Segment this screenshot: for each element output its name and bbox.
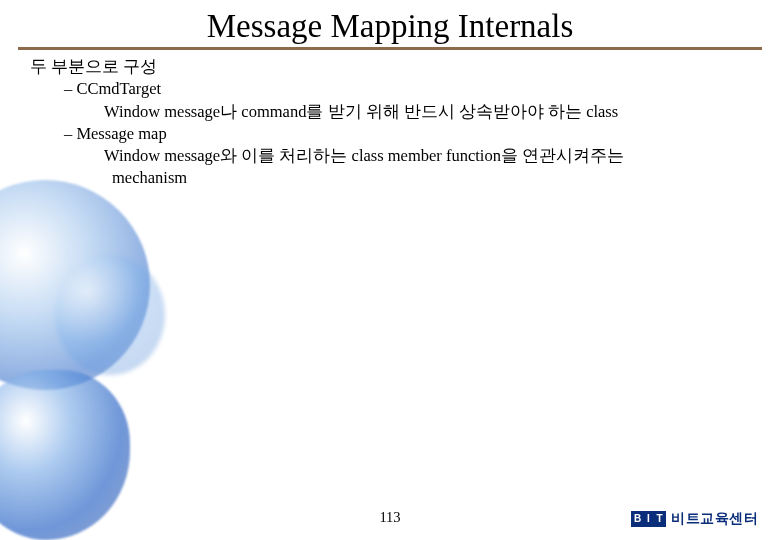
outline-item-messagemap-desc-line2: mechanism (30, 167, 780, 189)
outline-item-ccmdtarget-desc: Window message나 command를 받기 위해 반드시 상속받아야… (30, 101, 780, 123)
slide-title: Message Mapping Internals (0, 0, 780, 47)
outline-level1: 두 부분으로 구성 (30, 56, 780, 78)
outline: 두 부분으로 구성 – CCmdTarget Window message나 c… (0, 56, 780, 190)
outline-item-ccmdtarget: – CCmdTarget (30, 78, 780, 100)
title-underline (18, 47, 762, 50)
footer-brand-text: 비트교육센터 (671, 510, 758, 528)
outline-item-messagemap: – Message map (30, 123, 780, 145)
logo-letter-i: I (643, 512, 654, 526)
bit-logo-icon: B I T (631, 511, 666, 527)
footer-brand: B I T 비트교육센터 (631, 510, 758, 528)
outline-item-messagemap-desc-line1: Window message와 이를 처리하는 class member fun… (30, 145, 780, 167)
slide-content: Message Mapping Internals 두 부분으로 구성 – CC… (0, 0, 780, 540)
logo-letter-t: T (654, 512, 665, 526)
logo-letter-b: B (632, 512, 643, 526)
